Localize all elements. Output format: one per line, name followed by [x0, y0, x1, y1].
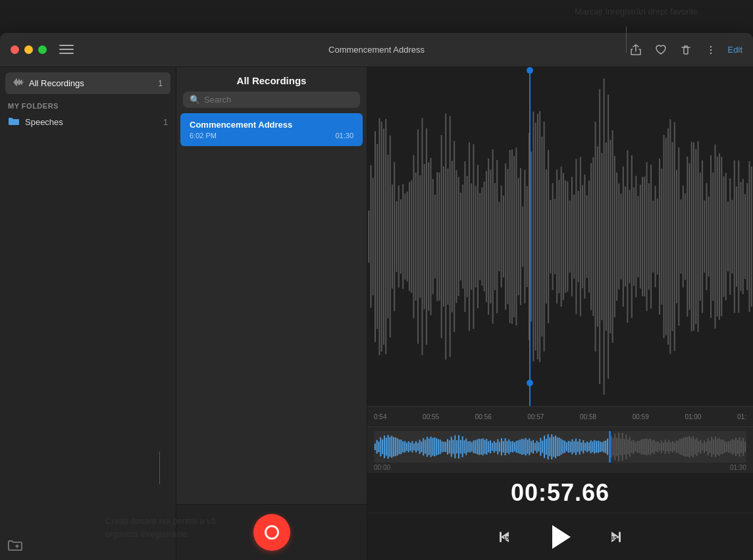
recording-duration: 01:30: [335, 132, 353, 140]
sidebar-toggle-button[interactable]: [57, 43, 76, 57]
sidebar-toggle-icon: [59, 45, 74, 55]
close-button[interactable]: [11, 45, 19, 54]
delete-button[interactable]: [678, 42, 694, 58]
tooltip-favorite: Marcați înregistrări drept favorite.: [575, 7, 700, 16]
share-icon: [630, 44, 642, 56]
play-button[interactable]: [544, 521, 576, 553]
svg-point-0: [710, 45, 711, 47]
tooltip-bottom-line: [159, 451, 160, 484]
skip-forward-icon: 15: [602, 525, 626, 549]
trash-icon: [680, 44, 692, 56]
options-button[interactable]: [703, 42, 719, 58]
playback-controls: 15 15: [367, 513, 753, 560]
recording-meta: 6:02 PM 01:30: [190, 132, 353, 140]
ruler-tick-3: 00:57: [527, 413, 544, 420]
svg-point-2: [710, 52, 711, 53]
ruler-tick-4: 00:58: [580, 413, 596, 420]
ruler-tick-2: 00:56: [475, 413, 492, 420]
waveform-main[interactable]: [367, 67, 753, 406]
all-recordings-label: All Recordings: [29, 78, 158, 88]
svg-point-1: [710, 49, 711, 50]
new-folder-button[interactable]: [8, 539, 22, 552]
skip-back-button[interactable]: 15: [492, 522, 521, 551]
mini-waveform[interactable]: [374, 431, 746, 463]
svg-rect-5: [619, 532, 621, 542]
ruler-tick-0: 0:54: [374, 413, 386, 420]
recordings-bottom: [176, 504, 367, 560]
waveform-canvas: [367, 67, 753, 406]
search-input[interactable]: [204, 95, 353, 105]
all-recordings-count: 1: [158, 79, 163, 88]
main-content: All Recordings 1 My Folders Speeches 1: [0, 67, 753, 560]
mini-waveform-canvas: [374, 431, 746, 463]
sidebar: All Recordings 1 My Folders Speeches 1: [0, 67, 176, 560]
play-icon: [552, 525, 571, 549]
favorite-button[interactable]: [653, 42, 669, 58]
window-title: Commencement Address: [328, 45, 425, 55]
mini-playhead: [609, 431, 611, 463]
ruler-tick-6: 01:00: [685, 413, 701, 420]
recording-item-commencement[interactable]: Commencement Address 6:02 PM 01:30: [180, 113, 363, 146]
mini-time-end: 01:30: [730, 464, 746, 471]
maximize-button[interactable]: [38, 45, 47, 54]
svg-text:15: 15: [611, 535, 617, 541]
mini-timeline: 00:00 01:30: [374, 463, 746, 472]
sidebar-bottom: [0, 531, 176, 560]
titlebar: Commencement Address: [0, 33, 753, 67]
ruler-tick-1: 00:55: [423, 413, 439, 420]
tooltip-top-line: [626, 26, 627, 53]
share-button[interactable]: [628, 42, 644, 58]
skip-forward-button[interactable]: 15: [600, 522, 629, 551]
options-icon: [705, 44, 717, 56]
ruler-tick-5: 00:59: [633, 413, 649, 420]
current-time: 00:57.66: [511, 479, 610, 507]
traffic-lights: [11, 45, 47, 54]
timeline-ruler: 0:54 00:55 00:56 00:57 00:58 00:59 01:00…: [367, 406, 753, 427]
search-icon: 🔍: [190, 95, 200, 105]
new-folder-icon: [8, 539, 22, 552]
svg-text:15: 15: [504, 535, 509, 541]
record-button[interactable]: [253, 514, 290, 551]
ruler-tick-7: 01:: [737, 413, 746, 420]
heart-icon: [655, 44, 667, 56]
sidebar-item-all-recordings[interactable]: All Recordings 1: [5, 72, 170, 94]
recordings-panel: All Recordings 🔍 Commencement Address 6:…: [176, 67, 367, 560]
recording-title: Commencement Address: [190, 120, 353, 130]
waveform-icon: [13, 78, 24, 89]
speeches-count: 1: [163, 118, 168, 127]
folder-icon: [8, 116, 20, 128]
titlebar-actions: Edit: [628, 42, 742, 58]
sidebar-item-speeches[interactable]: Speeches 1: [0, 113, 176, 132]
skip-back-icon: 15: [494, 525, 518, 549]
search-bar[interactable]: 🔍: [183, 91, 360, 108]
edit-button[interactable]: Edit: [728, 45, 742, 55]
my-folders-header: My Folders: [0, 97, 176, 113]
ruler-ticks: 0:54 00:55 00:56 00:57 00:58 00:59 01:00…: [374, 413, 746, 420]
speeches-label: Speeches: [25, 117, 163, 127]
time-display: 00:57.66: [367, 473, 753, 513]
waveform-panel: 0:54 00:55 00:56 00:57 00:58 00:59 01:00…: [367, 67, 753, 560]
svg-rect-3: [500, 532, 502, 542]
main-window: Commencement Address: [0, 33, 753, 560]
mini-waveform-container[interactable]: 00:00 01:30: [367, 427, 753, 473]
minimize-button[interactable]: [24, 45, 33, 54]
recordings-panel-header: All Recordings: [176, 67, 367, 91]
mini-time-start: 00:00: [374, 464, 390, 471]
recording-time: 6:02 PM: [190, 132, 217, 140]
record-icon: [265, 525, 279, 540]
